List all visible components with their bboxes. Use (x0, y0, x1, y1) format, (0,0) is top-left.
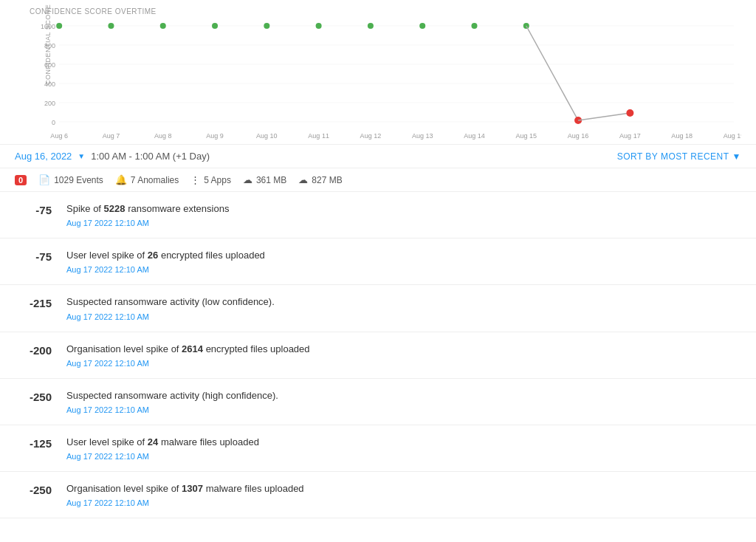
svg-point-31 (316, 23, 322, 29)
event-row[interactable]: -250Suspected ransomware activity (high … (0, 379, 756, 425)
svg-text:Aug 6: Aug 6 (50, 132, 68, 140)
svg-text:Aug 16: Aug 16 (568, 132, 589, 140)
event-content: Organisation level spike of 1307 malware… (66, 482, 741, 507)
svg-text:Aug 18: Aug 18 (671, 132, 693, 140)
events-count: 1029 Events (54, 175, 103, 185)
event-time: Aug 17 2022 12:10 AM (66, 312, 741, 321)
event-title: Suspected ransomware activity (high conf… (66, 389, 741, 402)
svg-point-27 (108, 23, 114, 29)
apps-icon: ⋮ (190, 174, 200, 185)
storage1-stat: ☁ 361 MB (243, 174, 286, 185)
event-title: Suspected ransomware activity (low confi… (66, 295, 741, 309)
chart-svg: 1000 800 600 400 200 0 Aug 6 Aug 7 Aug 8… (30, 18, 741, 144)
event-content: User level spike of 26 encrypted files u… (66, 249, 741, 274)
events-icon: 📄 (38, 174, 50, 185)
events-list: -75Spike of 5228 ransomware extensionsAu… (0, 192, 756, 518)
date-range[interactable]: Aug 16, 2022 ▼ 1:00 AM - 1:00 AM (+1 Day… (15, 151, 210, 162)
event-content: User level spike of 24 malware files upl… (66, 436, 741, 461)
svg-line-38 (578, 113, 630, 120)
event-score: -250 (15, 482, 52, 496)
svg-text:Aug 7: Aug 7 (103, 132, 120, 140)
controls-bar: Aug 16, 2022 ▼ 1:00 AM - 1:00 AM (+1 Day… (0, 145, 756, 168)
svg-text:Aug 10: Aug 10 (256, 132, 278, 140)
event-score: -250 (15, 389, 52, 403)
svg-point-32 (368, 23, 374, 29)
svg-text:Aug 17: Aug 17 (619, 132, 641, 140)
event-title: Organisation level spike of 2614 encrypt… (66, 343, 741, 356)
event-title: Organisation level spike of 1307 malware… (66, 482, 741, 495)
svg-text:Aug 12: Aug 12 (360, 132, 382, 140)
anomalies-stat: 🔔 7 Anomalies (115, 174, 179, 185)
apps-stat: ⋮ 5 Apps (190, 174, 231, 185)
apps-count: 5 Apps (204, 175, 231, 185)
cloud1-icon: ☁ (243, 174, 252, 185)
svg-point-29 (212, 23, 218, 29)
event-score: -75 (15, 249, 52, 263)
svg-text:200: 200 (44, 100, 55, 107)
event-time: Aug 17 2022 12:10 AM (66, 359, 741, 368)
chart-title: CONFIDENCE SCORE OVERTIME (30, 7, 741, 16)
priority-stat: 0 (15, 175, 27, 185)
event-score: -75 (15, 202, 52, 216)
event-score: -200 (15, 343, 52, 357)
event-content: Organisation level spike of 2614 encrypt… (66, 343, 741, 368)
sort-label: SORT BY MOST RECENT (617, 151, 729, 162)
svg-point-28 (160, 23, 166, 29)
time-range-text: 1:00 AM - 1:00 AM (+1 Day) (91, 151, 210, 162)
storage2-count: 827 MB (312, 175, 342, 185)
selected-date: Aug 16, 2022 (15, 151, 72, 162)
storage2-stat: ☁ 827 MB (298, 174, 342, 185)
event-time: Aug 17 2022 12:10 AM (66, 452, 741, 461)
svg-text:0: 0 (52, 119, 55, 126)
anomalies-icon: 🔔 (115, 174, 127, 185)
chart-container: CONFIDENCE SCORE OVERTIME CONFIDENTIAL S… (0, 0, 756, 145)
svg-text:Aug 19: Aug 19 (724, 132, 741, 140)
stats-bar: 0 📄 1029 Events 🔔 7 Anomalies ⋮ 5 Apps ☁… (0, 168, 756, 192)
event-time: Aug 17 2022 12:10 AM (66, 405, 741, 414)
event-score: -125 (15, 436, 52, 450)
storage1-count: 361 MB (256, 175, 286, 185)
cloud2-icon: ☁ (298, 174, 308, 185)
chart-area: CONFIDENTIAL SCORE 1000 800 600 400 200 … (30, 18, 741, 144)
event-row[interactable]: -215Suspected ransomware activity (low c… (0, 285, 756, 332)
svg-line-36 (526, 26, 578, 120)
event-score: -215 (15, 295, 52, 309)
event-row[interactable]: -200Organisation level spike of 2614 enc… (0, 332, 756, 379)
svg-point-39 (626, 109, 633, 117)
sort-arrow-icon: ▼ (732, 151, 741, 162)
events-stat: 📄 1029 Events (38, 174, 103, 185)
event-title: User level spike of 24 malware files upl… (66, 436, 741, 449)
date-dropdown-icon: ▼ (78, 152, 85, 160)
event-row[interactable]: -250Organisation level spike of 1307 mal… (0, 472, 756, 518)
svg-text:Aug 15: Aug 15 (515, 132, 537, 140)
event-time: Aug 17 2022 12:10 AM (66, 265, 741, 274)
svg-text:Aug 8: Aug 8 (154, 132, 172, 140)
svg-point-26 (56, 23, 62, 29)
event-row[interactable]: -75Spike of 5228 ransomware extensionsAu… (0, 192, 756, 239)
event-row[interactable]: -75User level spike of 26 encrypted file… (0, 239, 756, 285)
svg-point-30 (264, 23, 269, 29)
sort-by-button[interactable]: SORT BY MOST RECENT ▼ (617, 151, 741, 162)
svg-text:Aug 13: Aug 13 (412, 132, 433, 140)
svg-point-33 (419, 23, 425, 29)
event-row[interactable]: -125User level spike of 24 malware files… (0, 425, 756, 472)
svg-point-34 (471, 23, 477, 29)
event-time: Aug 17 2022 12:10 AM (66, 498, 741, 507)
event-content: Suspected ransomware activity (low confi… (66, 295, 741, 320)
event-content: Spike of 5228 ransomware extensionsAug 1… (66, 202, 741, 227)
event-content: Suspected ransomware activity (high conf… (66, 389, 741, 414)
svg-text:Aug 9: Aug 9 (206, 132, 224, 140)
svg-text:Aug 14: Aug 14 (464, 132, 485, 140)
event-time: Aug 17 2022 12:10 AM (66, 219, 741, 227)
priority-badge: 0 (15, 175, 27, 185)
svg-text:Aug 11: Aug 11 (308, 132, 329, 140)
anomalies-count: 7 Anomalies (131, 175, 179, 185)
event-title: Spike of 5228 ransomware extensions (66, 202, 741, 216)
event-title: User level spike of 26 encrypted files u… (66, 249, 741, 262)
y-axis-label: CONFIDENTIAL SCORE (44, 4, 52, 85)
